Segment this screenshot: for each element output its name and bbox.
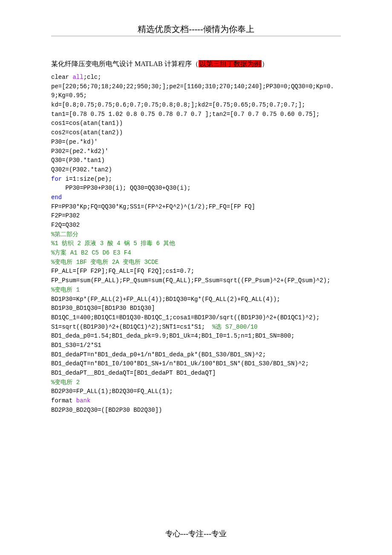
title-suffix: ） bbox=[262, 60, 268, 67]
code-line: clear bbox=[51, 74, 72, 81]
title-prefix: 某化纤降压变电所电气设计 bbox=[51, 60, 135, 67]
title-latin: MATLAB bbox=[135, 60, 163, 67]
comment-line: %1 纺织 2 原液 3 酸 4 锅 5 排毒 6 其他 bbox=[51, 240, 175, 247]
code-line: cos2=cos(atan(tan2)) bbox=[51, 129, 123, 136]
code-line: tan1=[0.78 0.75 1.02 0.8 0.75 0.78 0.7 0… bbox=[51, 111, 320, 118]
comment-line: %变电所 1BF 变电所 2A 变电所 3CDE bbox=[51, 259, 159, 266]
code-line: kd=[0.8;0.75;0.75;0.6;0.7;0.75;0.8;0.8;]… bbox=[51, 101, 306, 108]
keyword-end: end bbox=[51, 194, 62, 201]
keyword-bank: bank bbox=[76, 397, 91, 404]
code-line: Q302=(P302.*tan2) bbox=[51, 166, 112, 173]
code-line: BD1_dedaPT__BD1_dedaQT=[BD1_dedaPT BD1_d… bbox=[51, 370, 216, 376]
code-line: BD1_S30=1/2*S1 bbox=[51, 342, 101, 349]
keyword-all: all bbox=[72, 74, 83, 81]
code-line: PP30=PP30+P30(i); QQ30=QQ30+Q30(i); bbox=[51, 185, 191, 191]
code-line: FP_Psum=sum(FP_ALL);FP_Qsum=sum(FQ_ALL);… bbox=[51, 277, 330, 284]
header-divider bbox=[51, 36, 341, 36]
code-block: clear all;clc; pe=[220;56;70;18;240;22;9… bbox=[51, 73, 341, 415]
code-line: BD2P30_BD2Q30=([BD2P30 BD2Q30]) bbox=[51, 407, 162, 413]
code-line: P30=(pe.*kd)' bbox=[51, 139, 98, 145]
code-line: i=1:size(pe); bbox=[62, 176, 112, 182]
code-line: FP=PP30*Kp;FQ=QQ30*Kg;SS1=(FP^2+FQ^2)^(1… bbox=[51, 203, 255, 210]
code-line: FP_ALL=[FP F2P];FQ_ALL=[FQ F2Q];cs1=0.7; bbox=[51, 268, 194, 275]
code-line: BD1_deda_p0=1.54;BD1_deda_pk=9.9;BD1_Uk=… bbox=[51, 332, 294, 339]
code-line: Q30=(P30.*tan1) bbox=[51, 157, 105, 164]
keyword-for: for bbox=[51, 176, 62, 182]
code-line: format bbox=[51, 397, 76, 404]
code-line: pe=[220;56;70;18;240;22;950;30;];pe2=[11… bbox=[51, 83, 334, 99]
code-line: S1=sqrt((BD1P30)^2+(BD1QC1)^2);SNT1=cs1*… bbox=[51, 324, 212, 330]
header-title-text: 精选优质文档-----倾情为你奉上 bbox=[138, 24, 254, 34]
code-line: ;clc; bbox=[84, 74, 101, 81]
code-line: F2Q=Q302 bbox=[51, 222, 80, 228]
code-line: BD2P30=FP_ALL(1);BD2Q30=FQ_ALL(1); bbox=[51, 388, 173, 395]
comment-line: %第二部分 bbox=[51, 231, 78, 238]
code-line: P302=(pe2.*kd2)' bbox=[51, 148, 108, 155]
title-highlight: 以第三组丁数据为例 bbox=[199, 60, 262, 67]
title-mid: 计算程序（ bbox=[163, 60, 199, 67]
comment-line: %变电所 2 bbox=[51, 379, 80, 386]
code-line: BD1QC_1=400;BD1QC1=BD1Q30-BD1QC_1;cosa1=… bbox=[51, 314, 320, 321]
page-footer: 专心---专注---专业 bbox=[0, 529, 392, 539]
comment-line: %变电所 1 bbox=[51, 286, 80, 293]
code-line: BD1P30=Kp*(FP_ALL(2)+FP_ALL(4));BD1Q30=K… bbox=[51, 296, 280, 303]
footer-text: 专心---专注---专业 bbox=[165, 529, 227, 538]
comment-line: %方案 A1 B2 C5 D6 E3 F4 bbox=[51, 249, 131, 256]
code-line: BD1_dedaQT=n*BD1_I0/100*BD1_SN+1/n*BD1_U… bbox=[51, 360, 309, 367]
comment-inline: %选 S7_800/10 bbox=[212, 324, 257, 330]
page-header: 精选优质文档-----倾情为你奉上 bbox=[51, 23, 341, 35]
code-line: cos1=cos(atan(tan1)) bbox=[51, 120, 123, 127]
document-title: 某化纤降压变电所电气设计 MATLAB 计算程序（以第三组丁数据为例） bbox=[51, 60, 341, 69]
code-line: BD1_dedaPT=n*BD1_deda_p0+1/n*BD1_deda_pk… bbox=[51, 351, 266, 358]
code-line: F2P=P302 bbox=[51, 212, 80, 219]
code-line: BD1P30_BD1Q30=[BD1P30 BD1Q30] bbox=[51, 305, 155, 312]
